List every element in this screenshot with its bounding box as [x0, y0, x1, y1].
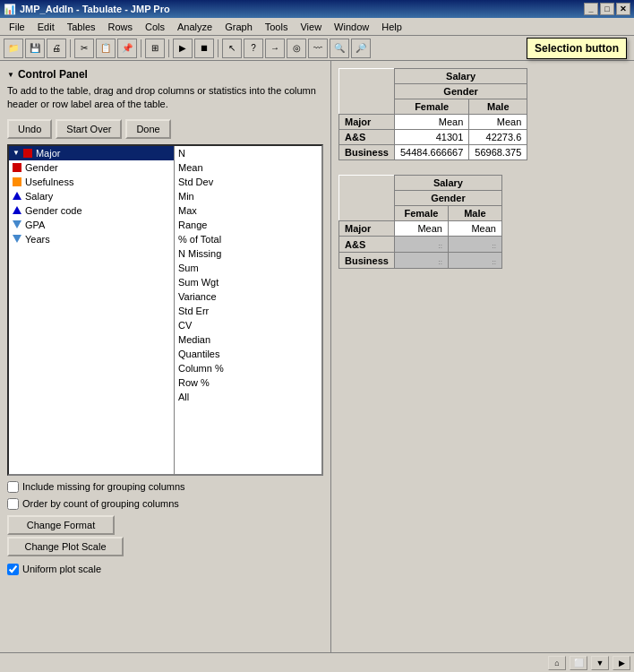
column-gpa-label[interactable]: GPA: [25, 220, 45, 230]
table1-as-male: 42273.6: [469, 130, 527, 145]
change-plot-scale-button[interactable]: Change Plot Scale: [7, 537, 124, 556]
order-by-count-checkbox[interactable]: [7, 498, 19, 510]
toolbar-btn-cut[interactable]: ✂: [74, 39, 94, 58]
column-gpa[interactable]: GPA: [9, 218, 174, 232]
toolbar-btn-zoom[interactable]: 🔎: [351, 39, 371, 58]
stat-all[interactable]: All: [175, 390, 321, 404]
uniform-plot-scale-checkbox[interactable]: [7, 564, 19, 575]
stat-col-pct[interactable]: Column %: [175, 361, 321, 375]
column-major-label[interactable]: Major: [36, 148, 61, 159]
menu-tables[interactable]: Tables: [62, 20, 101, 34]
undo-button[interactable]: Undo: [7, 119, 52, 139]
minimize-button[interactable]: _: [584, 3, 598, 15]
table1-row-as: A&S: [339, 130, 395, 145]
stat-sum[interactable]: Sum: [175, 261, 321, 275]
menu-analyze[interactable]: Analyze: [172, 20, 218, 34]
column-list-row-dropdown[interactable]: ▼ Major: [9, 146, 174, 160]
toolbar-btn-run[interactable]: ▶: [173, 39, 193, 58]
menu-tools[interactable]: Tools: [260, 20, 294, 34]
toolbar-btn-3[interactable]: 🖨: [47, 39, 66, 58]
toolbar-btn-arrow[interactable]: →: [265, 39, 285, 58]
toolbar-btn-circle[interactable]: ◎: [287, 39, 306, 58]
status-down-button[interactable]: ▼: [591, 656, 609, 670]
include-missing-row: Include missing for grouping columns: [7, 481, 323, 493]
stat-median[interactable]: Median: [175, 332, 321, 347]
stat-variance[interactable]: Variance: [175, 289, 321, 304]
stat-stderr[interactable]: Std Err: [175, 304, 321, 318]
table1-salary-header: Salary: [394, 69, 527, 84]
toolbar-btn-search[interactable]: 🔍: [330, 39, 349, 58]
column-usefulness-label[interactable]: Usefulness: [25, 177, 73, 187]
menu-graph[interactable]: Graph: [219, 20, 258, 34]
toolbar-btn-wave[interactable]: 〰: [308, 39, 328, 58]
order-by-count-row: Order by count of grouping columns: [7, 498, 323, 510]
menu-file[interactable]: File: [4, 20, 30, 34]
table2-as-male-markers: ::: [492, 242, 495, 250]
stat-max[interactable]: Max: [175, 203, 321, 218]
start-over-button[interactable]: Start Over: [56, 119, 122, 139]
bottom-buttons: Change Format Change Plot Scale Uniform …: [7, 515, 323, 575]
stat-quantiles[interactable]: Quantiles: [175, 347, 321, 361]
toolbar-btn-help[interactable]: ?: [244, 39, 263, 58]
column-gender[interactable]: Gender: [9, 160, 174, 175]
column-gender-label[interactable]: Gender: [25, 162, 58, 173]
table2-row-business: Business: [339, 253, 395, 269]
window-title: JMP_AddIn - Tabulate - JMP Pro: [20, 4, 170, 14]
toolbar-btn-copy[interactable]: 📋: [96, 39, 116, 58]
stat-sum-wgt[interactable]: Sum Wgt: [175, 275, 321, 289]
stat-mean[interactable]: Mean: [175, 160, 321, 175]
usefulness-icon: [13, 177, 21, 186]
done-button[interactable]: Done: [125, 119, 170, 139]
status-bar: ⌂ ⬜ ▼ ▶: [0, 652, 634, 672]
column-gender-code-label[interactable]: Gender code: [25, 205, 82, 216]
table1-business-male: 56968.375: [469, 145, 527, 160]
list-area: ▼ Major Gender Usefulness Salary: [7, 144, 323, 476]
column-years-label[interactable]: Years: [25, 234, 50, 245]
status-home-button[interactable]: ⌂: [548, 656, 566, 670]
change-format-button[interactable]: Change Format: [7, 515, 115, 535]
uniform-plot-scale-row: Uniform plot scale: [7, 564, 323, 575]
column-usefulness[interactable]: Usefulness: [9, 175, 174, 189]
maximize-button[interactable]: □: [600, 3, 614, 15]
close-button[interactable]: ✕: [616, 3, 630, 15]
gender-icon: [13, 163, 21, 172]
status-page-button[interactable]: ⬜: [570, 656, 587, 670]
table2-business-male-markers: ::: [492, 258, 495, 266]
gender-code-icon: [13, 206, 21, 214]
toolbar-btn-stop[interactable]: ⏹: [194, 39, 214, 58]
status-right-button[interactable]: ▶: [613, 656, 630, 670]
stat-row-pct[interactable]: Row %: [175, 375, 321, 390]
toolbar-btn-cursor[interactable]: ↖: [222, 39, 242, 58]
menu-cols[interactable]: Cols: [140, 20, 170, 34]
column-salary-label[interactable]: Salary: [25, 191, 53, 202]
stat-pct-total[interactable]: % of Total: [175, 232, 321, 246]
toolbar-sep-4: [218, 39, 218, 57]
stat-n[interactable]: N: [175, 146, 321, 160]
menu-rows[interactable]: Rows: [103, 20, 139, 34]
toolbar-sep-2: [141, 39, 141, 57]
toolbar-btn-paste[interactable]: 📌: [117, 39, 137, 58]
table1-mean-female: Mean: [394, 115, 468, 130]
menu-window[interactable]: Window: [329, 20, 374, 34]
stat-cv[interactable]: CV: [175, 318, 321, 332]
column-years[interactable]: Years: [9, 232, 174, 246]
column-salary[interactable]: Salary: [9, 189, 174, 203]
stat-n-missing[interactable]: N Missing: [175, 246, 321, 261]
table1-mean-male: Mean: [469, 115, 527, 130]
toolbar-btn-table[interactable]: ⊞: [145, 39, 165, 58]
menu-help[interactable]: Help: [376, 20, 407, 34]
table2-row-header: Major: [339, 221, 395, 237]
table2-mean-male: Mean: [448, 221, 501, 237]
include-missing-checkbox[interactable]: [7, 481, 19, 493]
stat-min[interactable]: Min: [175, 189, 321, 203]
title-bar-controls[interactable]: _ □ ✕: [584, 3, 630, 15]
stat-range[interactable]: Range: [175, 218, 321, 232]
table1-as-female: 41301: [394, 130, 468, 145]
menu-view[interactable]: View: [295, 20, 327, 34]
panel-title: Control Panel: [7, 68, 323, 81]
toolbar-btn-1[interactable]: 📁: [4, 39, 23, 58]
column-gender-code[interactable]: Gender code: [9, 203, 174, 218]
menu-edit[interactable]: Edit: [32, 20, 60, 34]
toolbar-btn-2[interactable]: 💾: [25, 39, 45, 58]
stat-stddev[interactable]: Std Dev: [175, 175, 321, 189]
